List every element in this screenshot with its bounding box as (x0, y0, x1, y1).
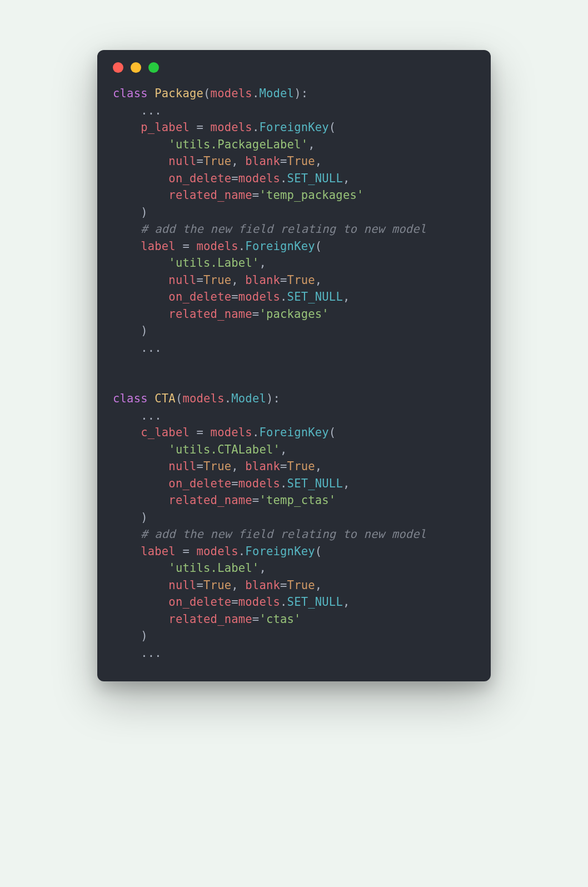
kwarg-null: null (168, 273, 196, 287)
kwarg-null: null (168, 155, 196, 168)
string-literal: 'utils.PackageLabel' (168, 138, 308, 151)
minimize-icon[interactable] (131, 62, 141, 73)
class-name: Package (155, 87, 203, 100)
kwarg-null: null (168, 579, 196, 592)
models-ref: models (211, 87, 252, 100)
class-name: CTA (155, 392, 176, 405)
kwarg-blank: blank (245, 273, 280, 287)
string-literal: 'utils.Label' (168, 561, 259, 575)
kwarg-blank: blank (245, 579, 280, 592)
close-icon[interactable] (113, 62, 123, 73)
model-attr: Model (231, 392, 266, 405)
set-null: SET_NULL (287, 595, 343, 609)
attr-c_label: c_label (141, 426, 190, 439)
zoom-icon[interactable] (148, 62, 159, 73)
models-ref: models (238, 595, 280, 609)
code-window: class Package(models.Model): ... p_label… (97, 50, 491, 681)
assign: = (190, 426, 211, 439)
string-literal: 'utils.Label' (168, 256, 259, 270)
foreignkey-call: ForeignKey (245, 240, 315, 253)
bool-true: True (287, 460, 315, 473)
keyword-class: class (113, 87, 148, 100)
foreignkey-call: ForeignKey (259, 426, 328, 439)
kwarg-related_name: related_name (168, 188, 252, 202)
string-literal: 'temp_ctas' (259, 494, 336, 507)
models-ref: models (182, 392, 224, 405)
assign: = (176, 545, 197, 558)
bool-true: True (203, 273, 231, 287)
bool-true: True (287, 155, 315, 168)
kwarg-on_delete: on_delete (168, 172, 231, 185)
kwarg-on_delete: on_delete (168, 477, 231, 490)
kwarg-blank: blank (245, 155, 280, 168)
string-literal: 'packages' (259, 307, 328, 321)
string-literal: 'utils.CTALabel' (168, 443, 280, 456)
models-ref: models (238, 477, 280, 490)
models-ref: models (238, 172, 280, 185)
set-null: SET_NULL (287, 172, 343, 185)
kwarg-related_name: related_name (168, 494, 252, 507)
models-ref: models (238, 290, 280, 303)
kwarg-null: null (168, 460, 196, 473)
model-attr: Model (259, 87, 294, 100)
kwarg-blank: blank (245, 460, 280, 473)
ellipsis: ... (141, 409, 162, 422)
assign: = (190, 121, 211, 134)
kwarg-related_name: related_name (168, 307, 252, 321)
attr-label: label (141, 240, 176, 253)
string-literal: 'ctas' (259, 612, 301, 626)
bool-true: True (287, 579, 315, 592)
attr-label: label (141, 545, 176, 558)
kwarg-on_delete: on_delete (168, 595, 231, 609)
bool-true: True (203, 155, 231, 168)
set-null: SET_NULL (287, 477, 343, 490)
attr-p_label: p_label (141, 121, 190, 134)
bool-true: True (203, 460, 231, 473)
window-titlebar (97, 50, 491, 76)
bool-true: True (287, 273, 315, 287)
kwarg-related_name: related_name (168, 612, 252, 626)
string-literal: 'temp_packages' (259, 188, 363, 202)
ellipsis: ... (141, 646, 162, 660)
models-ref: models (211, 121, 252, 134)
ellipsis: ... (141, 104, 162, 117)
keyword-class: class (113, 392, 148, 405)
set-null: SET_NULL (287, 290, 343, 303)
ellipsis: ... (141, 341, 162, 355)
code-content: class Package(models.Model): ... p_label… (97, 76, 491, 681)
models-ref: models (197, 240, 238, 253)
comment: # add the new field relating to new mode… (141, 222, 426, 236)
models-ref: models (211, 426, 252, 439)
kwarg-on_delete: on_delete (168, 290, 231, 303)
foreignkey-call: ForeignKey (259, 121, 328, 134)
bool-true: True (203, 579, 231, 592)
assign: = (176, 240, 197, 253)
models-ref: models (197, 545, 238, 558)
foreignkey-call: ForeignKey (245, 545, 315, 558)
comment: # add the new field relating to new mode… (141, 527, 426, 541)
